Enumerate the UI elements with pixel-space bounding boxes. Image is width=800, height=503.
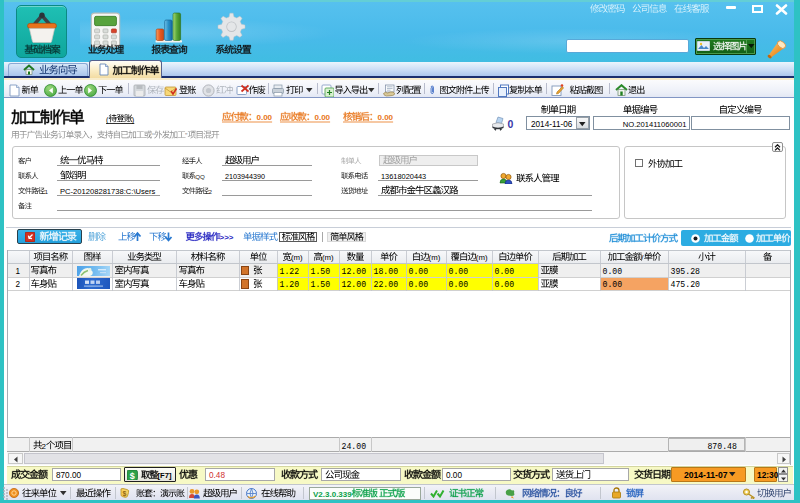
- svg-text:$: $: [123, 490, 127, 498]
- svg-text:$: $: [130, 470, 135, 480]
